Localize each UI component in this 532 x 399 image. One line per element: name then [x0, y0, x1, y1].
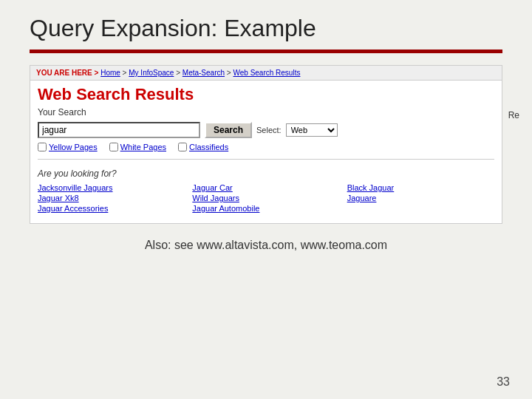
also-text: Also: see www.altavista.com, www.teoma.c…	[30, 239, 502, 252]
divider	[38, 159, 494, 160]
classifieds-checkbox[interactable]	[178, 143, 187, 151]
your-search-label: Your Search	[38, 107, 494, 117]
browser-window: Re YOU ARE HERE > Home > My InfoSpace > …	[30, 65, 502, 224]
select-label: Select:	[256, 126, 282, 134]
yellow-pages-checkbox[interactable]	[38, 143, 47, 151]
white-pages-link[interactable]: White Pages	[120, 143, 166, 151]
results-title: Web Search Results	[38, 85, 494, 104]
search-button[interactable]: Search	[205, 122, 252, 138]
suggestion-3[interactable]: Jaguar Xk8	[38, 194, 185, 202]
slide-title: Query Expansion: Example	[30, 15, 502, 42]
you-are-here: YOU ARE HERE >	[36, 69, 98, 77]
suggestion-7[interactable]: Jaguar Automobile	[192, 204, 339, 213]
checkbox-white-pages: White Pages	[109, 143, 166, 151]
suggestion-4[interactable]: Wild Jaguars	[192, 194, 339, 202]
suggestion-2[interactable]: Black Jaguar	[347, 183, 494, 192]
suggestion-5[interactable]: Jaguare	[347, 194, 494, 202]
checkbox-classifieds: Classifieds	[178, 143, 228, 151]
breadcrumb-metasearch[interactable]: Meta-Search	[183, 69, 225, 77]
suggestions-grid: Jacksonville Jaguars Jaguar Car Black Ja…	[38, 183, 494, 213]
suggestion-1[interactable]: Jaguar Car	[192, 183, 339, 192]
search-row: Search Select: Web	[38, 122, 494, 138]
checkbox-yellow-pages: Yellow Pages	[38, 143, 98, 151]
red-divider	[30, 50, 502, 53]
select-dropdown[interactable]: Web	[286, 123, 338, 137]
looking-for: Are you looking for?	[38, 168, 494, 179]
suggestion-6[interactable]: Jaguar Accessories	[38, 204, 185, 213]
classifieds-link[interactable]: Classifieds	[189, 143, 228, 151]
slide-container: Query Expansion: Example Re YOU ARE HERE…	[0, 0, 532, 399]
yellow-pages-link[interactable]: Yellow Pages	[49, 143, 98, 151]
suggestion-0[interactable]: Jacksonville Jaguars	[38, 183, 185, 192]
search-input[interactable]	[38, 122, 200, 138]
browser-body: Web Search Results Your Search Search Se…	[30, 81, 502, 217]
breadcrumb-results[interactable]: Web Search Results	[233, 69, 300, 77]
checkboxes-row: Yellow Pages White Pages Classifieds	[38, 143, 494, 151]
slide-number: 33	[497, 375, 510, 389]
breadcrumb-myinfospace[interactable]: My InfoSpace	[129, 69, 174, 77]
breadcrumb-home[interactable]: Home	[100, 69, 120, 77]
breadcrumb-bar: YOU ARE HERE > Home > My InfoSpace > Met…	[30, 66, 502, 81]
white-pages-checkbox[interactable]	[109, 143, 118, 151]
re-label: Re	[508, 110, 519, 120]
